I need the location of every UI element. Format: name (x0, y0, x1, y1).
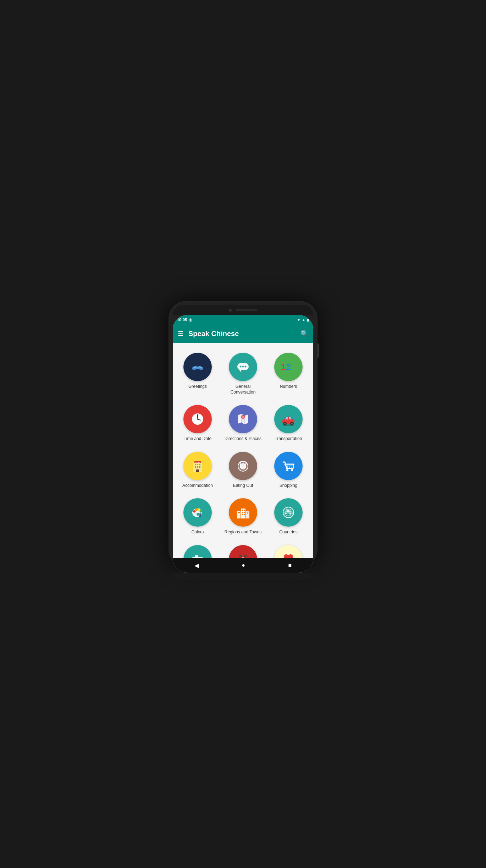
palette-icon (189, 504, 206, 521)
accommodation-icon-circle: HOTEL (183, 452, 212, 480)
svg-point-53 (240, 463, 246, 469)
wifi-icon: ▼ (297, 318, 300, 322)
svg-point-69 (198, 509, 200, 511)
svg-rect-77 (241, 509, 245, 518)
speaker-grill (236, 309, 257, 311)
category-transportation[interactable]: Transportation (266, 401, 310, 445)
car-icon (280, 410, 297, 428)
svg-point-10 (245, 366, 247, 368)
signal-icon: ▲ (302, 318, 305, 322)
svg-point-59 (286, 469, 288, 471)
hotel-icon: HOTEL (189, 457, 206, 475)
svg-rect-84 (244, 514, 245, 515)
status-bar: 10:05 ◎ ▼ ▲ ▮ (173, 315, 313, 324)
number-3: 3 (291, 362, 296, 373)
eating-out-label: Eating Out (233, 483, 253, 489)
category-time-and-date[interactable]: Time and Date (176, 401, 220, 445)
svg-point-70 (200, 510, 202, 513)
transportation-label: Transportation (275, 436, 302, 442)
family-icon (234, 550, 252, 558)
home-button[interactable]: ● (242, 562, 245, 568)
category-directions-places[interactable]: Directions & Places (221, 401, 265, 445)
recent-button[interactable]: ■ (288, 562, 292, 568)
map-icon (234, 410, 252, 428)
general-conversation-icon-circle (229, 353, 257, 381)
notification-icon: ◎ (189, 318, 192, 322)
svg-rect-44 (195, 466, 196, 468)
battery-icon: ▮ (307, 318, 309, 322)
svg-point-103 (234, 550, 252, 558)
tourist-icon-circle (183, 545, 212, 558)
category-eating-out[interactable]: Eating Out (221, 447, 265, 491)
app-bar: ☰ Speak Chinese 🔍 (173, 324, 313, 343)
hamburger-menu-icon[interactable]: ☰ (178, 330, 183, 337)
category-shopping[interactable]: Shopping (266, 447, 310, 491)
category-family[interactable]: Family (221, 541, 265, 558)
app-title: Speak Chinese (188, 330, 296, 338)
svg-rect-85 (238, 512, 239, 513)
screen: 10:05 ◎ ▼ ▲ ▮ ☰ Speak Chinese 🔍 (173, 315, 313, 573)
search-button[interactable]: 🔍 (300, 330, 308, 337)
svg-point-5 (196, 367, 199, 369)
svg-point-104 (239, 555, 242, 557)
directions-label: Directions & Places (225, 436, 261, 442)
accommodation-label: Accommodation (182, 483, 213, 489)
svg-rect-83 (242, 514, 243, 515)
regions-towns-label: Regions and Towns (225, 529, 262, 535)
svg-rect-79 (242, 510, 243, 511)
greetings-label: Greetings (188, 384, 207, 390)
svg-rect-80 (244, 510, 245, 511)
svg-point-8 (240, 366, 242, 368)
svg-point-37 (283, 424, 294, 426)
category-general-conversation[interactable]: General Conversation (221, 348, 265, 398)
time-date-label: Time and Date (184, 436, 211, 442)
status-right: ▼ ▲ ▮ (297, 318, 309, 322)
cart-icon (280, 457, 297, 475)
number-1: 1 (281, 362, 286, 373)
svg-rect-43 (199, 464, 200, 465)
greetings-icon-circle (183, 353, 212, 381)
svg-point-67 (193, 510, 196, 513)
svg-point-17 (197, 418, 198, 420)
svg-point-34 (284, 423, 286, 425)
svg-rect-82 (244, 512, 245, 513)
numbers-icon-circle: 123 (274, 353, 303, 381)
colors-icon-circle (183, 498, 212, 527)
numbers-label: Numbers (280, 384, 297, 390)
svg-rect-47 (196, 469, 199, 472)
svg-point-36 (291, 423, 293, 425)
category-colors[interactable]: Colors (176, 494, 220, 538)
svg-rect-97 (195, 555, 198, 558)
phone-top-bar (173, 305, 313, 315)
camera-dot (229, 309, 232, 312)
category-accommodation[interactable]: HOTEL Accommodation (176, 447, 220, 491)
svg-point-60 (291, 469, 293, 471)
globe-icon (280, 504, 297, 521)
svg-point-20 (197, 414, 198, 415)
category-numbers[interactable]: 123 Numbers (266, 348, 310, 398)
chat-icon (234, 358, 252, 376)
category-regions-towns[interactable]: Regions and Towns (221, 494, 265, 538)
city-icon (234, 504, 252, 521)
phone-inner: 10:05 ◎ ▼ ▲ ▮ ☰ Speak Chinese 🔍 (173, 315, 313, 573)
svg-point-72 (197, 513, 199, 516)
clock-icon (189, 410, 206, 428)
svg-text:HOTEL: HOTEL (195, 461, 200, 463)
volume-button (317, 344, 319, 358)
phone-frame: 10:05 ◎ ▼ ▲ ▮ ☰ Speak Chinese 🔍 (169, 301, 317, 567)
countries-icon-circle (274, 498, 303, 527)
svg-point-26 (242, 416, 244, 418)
eating-out-icon-circle (229, 452, 257, 480)
svg-point-68 (195, 509, 198, 511)
svg-point-106 (244, 555, 247, 557)
category-tourist-attractions[interactable]: Tourist Attractions (176, 541, 220, 558)
category-countries[interactable]: Countries (266, 494, 310, 538)
category-dating[interactable]: Dating (266, 541, 310, 558)
heart-icon (280, 550, 297, 558)
svg-rect-45 (197, 466, 198, 468)
category-greetings[interactable]: Greetings (176, 348, 220, 398)
svg-point-9 (242, 366, 244, 368)
back-button[interactable]: ◀ (194, 562, 199, 569)
svg-rect-81 (242, 512, 243, 513)
number-2: 2 (286, 362, 291, 373)
